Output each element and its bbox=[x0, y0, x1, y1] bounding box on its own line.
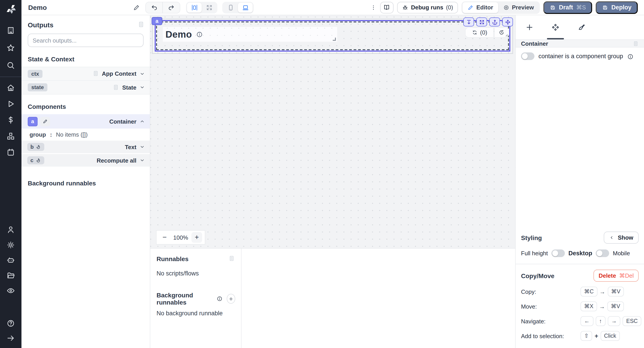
component-run-indicators: (0) bbox=[465, 27, 509, 38]
resize-handle[interactable] bbox=[333, 38, 336, 41]
settings-icon[interactable] bbox=[6, 241, 15, 249]
full-height-toggle[interactable] bbox=[552, 249, 565, 257]
kbd-cmd-c: ⌘C bbox=[580, 287, 597, 296]
selected-container[interactable]: Demo bbox=[155, 20, 510, 52]
tab-component-settings[interactable] bbox=[542, 15, 568, 39]
move-label: Move: bbox=[521, 303, 580, 310]
ctx-badge: ctx bbox=[28, 70, 43, 78]
chevron-up-icon[interactable] bbox=[139, 118, 145, 124]
help-icon[interactable] bbox=[6, 319, 15, 328]
chevron-down-icon[interactable] bbox=[139, 71, 145, 77]
search-icon[interactable] bbox=[6, 61, 15, 70]
desktop-toggle[interactable] bbox=[596, 249, 609, 257]
windmill-app-editor: Demo Debug runs (0) Editor bbox=[0, 0, 644, 348]
outputs-panel: Outputs State & Context ctx App Context … bbox=[22, 15, 150, 348]
kbd-esc: ESC bbox=[623, 316, 641, 326]
text-badge-letter: b bbox=[30, 144, 34, 150]
kbd-cmd-x: ⌘X bbox=[580, 301, 597, 311]
rail-divider bbox=[0, 77, 22, 77]
chevron-down-icon[interactable] bbox=[139, 157, 145, 163]
resources-icon[interactable] bbox=[6, 132, 15, 141]
overflow-menu-icon[interactable] bbox=[370, 3, 376, 12]
plus-glyph: + bbox=[594, 332, 598, 339]
component-row-recompute[interactable]: c Recompute all bbox=[22, 154, 150, 167]
kbd-arrow-right: → bbox=[608, 316, 620, 326]
rename-component-icon[interactable] bbox=[40, 117, 50, 126]
folders-icon[interactable] bbox=[6, 271, 15, 280]
draft-button[interactable]: Draft ⌘S bbox=[544, 1, 592, 14]
desktop-view-button[interactable] bbox=[238, 3, 253, 12]
search-outputs-input[interactable] bbox=[33, 37, 139, 44]
tab-insert-component[interactable] bbox=[516, 15, 542, 39]
redo-button[interactable] bbox=[163, 2, 180, 13]
hand-pointer-icon bbox=[36, 158, 41, 163]
runnables-doc-icon[interactable] bbox=[228, 255, 235, 262]
audit-logs-icon[interactable] bbox=[6, 286, 15, 295]
refresh-indicator[interactable]: (0) bbox=[465, 27, 494, 38]
chevron-down-icon[interactable] bbox=[139, 84, 145, 90]
app-canvas[interactable]: Demo a (0) − 100% + bbox=[150, 15, 515, 248]
navigate-label: Navigate: bbox=[521, 318, 580, 324]
kbd-arrow-left: ← bbox=[580, 316, 593, 326]
workspace-icon[interactable] bbox=[6, 26, 15, 35]
expand-component-button[interactable] bbox=[476, 18, 487, 27]
component-doc-icon[interactable] bbox=[633, 41, 639, 46]
home-icon[interactable] bbox=[6, 83, 15, 92]
windmill-logo-icon[interactable] bbox=[5, 3, 16, 14]
fullscreen-layout-button[interactable] bbox=[202, 3, 216, 12]
hand-pointer-icon bbox=[36, 144, 41, 150]
styling-show-button[interactable]: Show bbox=[604, 232, 639, 244]
anchor-button[interactable] bbox=[489, 18, 500, 27]
debug-runs-label: Debug runs bbox=[411, 4, 443, 11]
background-runnables-empty-text: No background runnable bbox=[156, 310, 235, 317]
runs-icon[interactable] bbox=[6, 99, 15, 108]
outputs-doc-icon[interactable] bbox=[138, 21, 144, 28]
delete-label: Delete bbox=[598, 272, 616, 279]
mobile-view-button[interactable] bbox=[223, 3, 238, 12]
undo-button[interactable] bbox=[146, 2, 163, 13]
schedules-icon[interactable] bbox=[6, 148, 15, 157]
expand-down-button[interactable] bbox=[463, 18, 474, 27]
zoom-in-button[interactable]: + bbox=[192, 232, 202, 243]
group-colon: : bbox=[50, 131, 52, 138]
text-component[interactable]: Demo bbox=[163, 27, 337, 42]
chevron-down-icon[interactable] bbox=[139, 144, 145, 150]
selection-toolbar bbox=[463, 18, 513, 27]
centered-layout-button[interactable] bbox=[187, 3, 202, 12]
tab-editor[interactable]: Editor bbox=[462, 2, 498, 13]
output-row-ctx[interactable]: ctx App Context bbox=[22, 67, 150, 81]
recompute-label: Recompute all bbox=[96, 157, 136, 164]
ctx-label: App Context bbox=[102, 70, 136, 77]
tab-preview[interactable]: Preview bbox=[498, 2, 539, 13]
deploy-button[interactable]: Deploy bbox=[596, 1, 638, 14]
background-runnables-title: Background runnables bbox=[28, 180, 144, 187]
move-button[interactable] bbox=[502, 18, 513, 27]
runnables-empty-text: No scripts/flows bbox=[156, 270, 235, 277]
delete-shortcut: ⌘Del bbox=[619, 272, 634, 279]
docs-button[interactable] bbox=[380, 2, 394, 13]
tab-styling[interactable] bbox=[568, 15, 594, 39]
component-row-container[interactable]: a Container bbox=[22, 114, 150, 128]
output-row-state[interactable]: state State bbox=[22, 81, 150, 94]
variables-icon[interactable] bbox=[6, 116, 15, 124]
history-indicator[interactable] bbox=[494, 27, 509, 38]
arrow-right-glyph: → bbox=[600, 288, 605, 295]
debug-runs-button[interactable]: Debug runs (0) bbox=[397, 2, 458, 13]
shortcut-row-add-selection: Add to selection: ⇧ + Click bbox=[521, 331, 639, 341]
component-row-text[interactable]: b Text bbox=[22, 141, 150, 154]
workers-icon[interactable] bbox=[6, 256, 15, 265]
components-title: Components bbox=[28, 103, 144, 110]
resize-corner bbox=[505, 34, 508, 36]
users-icon[interactable] bbox=[6, 225, 15, 234]
component-group-toggle[interactable] bbox=[521, 52, 534, 60]
expand-sidebar-icon[interactable] bbox=[6, 334, 15, 343]
edit-title-icon[interactable] bbox=[133, 4, 140, 11]
kbd-click: Click bbox=[600, 331, 620, 341]
zoom-out-button[interactable]: − bbox=[159, 232, 170, 243]
runnable-detail-empty bbox=[242, 249, 515, 348]
group-value: No items ([]) bbox=[56, 131, 88, 138]
full-height-label: Full height bbox=[521, 250, 548, 257]
favorites-icon[interactable] bbox=[6, 44, 15, 52]
add-background-runnable-button[interactable] bbox=[227, 294, 235, 304]
delete-button[interactable]: Delete ⌘Del bbox=[594, 270, 639, 282]
